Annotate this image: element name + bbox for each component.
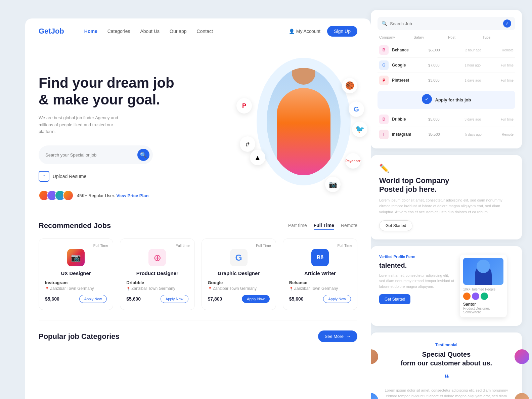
verified-title: talented. [379, 261, 455, 269]
price-plan-link[interactable]: View Price Plan [116, 193, 148, 198]
my-account-link[interactable]: 👤 My Account [289, 29, 320, 34]
dribbble-logo: ⊕ [153, 252, 161, 263]
upload-icon: ↑ [39, 171, 49, 182]
talent-avatar-3 [481, 293, 488, 300]
job-company-0: Instragram [45, 280, 107, 285]
nav-categories[interactable]: Categories [107, 29, 130, 34]
world-company-title: World top Company Posted job here. [379, 176, 514, 194]
filter-remote[interactable]: Remote [341, 221, 357, 230]
categories-header: Popular job Categories See More → [39, 330, 357, 342]
hero-search-button[interactable]: 🔍 [137, 149, 149, 161]
job-title-3: Article Writer [289, 270, 351, 276]
avatar-4 [63, 190, 74, 201]
signup-button[interactable]: Sign Up [327, 26, 357, 37]
job-icon-instagram: 📷 [67, 249, 85, 266]
apply-this-job-row[interactable]: ✓ Apply for this job [378, 91, 515, 109]
job-type-1: Full time [176, 243, 190, 248]
col-type: Type [483, 35, 514, 39]
testimonial-title: Special Quotes form our customer about u… [379, 350, 514, 367]
nav-about[interactable]: About Us [140, 29, 160, 34]
talent-avatar-2 [472, 293, 479, 300]
search-panel: 🔍 ✓ Company Salary Post Type B Behance $… [371, 10, 522, 148]
panel-search-input[interactable] [390, 21, 500, 26]
job-cards: Full Time 📷 UX Designer Instragram Zanzi… [39, 238, 357, 310]
my-account-label: My Account [296, 29, 320, 34]
instagram-logo: 📷 [71, 253, 81, 262]
panel-job-row-2: P Pinterest $3,000 1 days ago Full time [378, 73, 515, 88]
world-company-icon: ✏️ [379, 164, 514, 173]
job-type-0: Full Time [93, 243, 108, 248]
apply-button-3[interactable]: Apply Now [323, 295, 351, 303]
navbar: GetJob Home Categories About Us Our app … [25, 18, 371, 44]
profile-role: Product Designer, Somewhere [463, 307, 503, 314]
recommended-header: Recommended Jobs Part time Full Time Rem… [39, 221, 357, 230]
job-card-2: Full Time G Graphic Designer Google Zanz… [202, 238, 276, 310]
panel-job-type-4: Remote [502, 133, 514, 136]
talent-row [463, 293, 503, 300]
see-more-button[interactable]: See More → [318, 330, 357, 342]
apply-button-0[interactable]: Apply Now [79, 295, 107, 303]
verified-left: Verified Profile Form talented. Lorem si… [379, 255, 455, 317]
job-footer-1: $5,600 Apply Now [126, 295, 188, 303]
profile-card-mini: 10k+ Talented People Santor Product Desi… [460, 255, 507, 317]
job-location-1: Zanzibar Town Germany [126, 286, 188, 291]
job-icon-behance: Bē [311, 249, 329, 266]
see-more-label: See More [325, 334, 344, 339]
job-salary-3: $5,600 [289, 296, 304, 302]
job-salary-1: $5,600 [126, 296, 141, 302]
verified-cta[interactable]: Get Started [379, 294, 410, 304]
job-salary-2: $7,800 [208, 296, 222, 302]
hero-left: Find your dream job & make your goal. We… [39, 61, 357, 201]
talent-count: 10k+ Talented People [463, 287, 503, 291]
nav-home[interactable]: Home [84, 29, 97, 34]
job-footer-0: $5,600 Apply Now [45, 295, 107, 303]
world-company-desc: Lorem ipsum dolor sit amet, consectetur … [379, 197, 514, 215]
account-icon: 👤 [289, 29, 295, 34]
quote-icon: ❝ [379, 372, 514, 384]
job-footer-3: $5,600 Apply Now [289, 295, 351, 303]
upload-label: Upload Resume [53, 174, 86, 179]
testimonial-label: Testimonial [379, 343, 514, 347]
job-title-1: Product Designer [126, 270, 188, 276]
panel-company-icon-1: G [379, 60, 389, 70]
apply-button-2[interactable]: Apply Now [242, 295, 270, 303]
hero-subtitle: We are best global job finder Agency and… [39, 115, 126, 135]
users-row: 45K+ Regular User. View Price Plan [39, 190, 357, 201]
panel-company-icon-0: B [379, 45, 389, 55]
job-title-2: Graphic Designer [208, 270, 270, 276]
panel-job-time-1: 1 hour ago [464, 63, 497, 67]
hero-title: Find your dream job & make your goal. [39, 75, 357, 108]
hero-search-bar: 🔍 [39, 145, 153, 164]
job-location-0: Zanzibar Town Germany [45, 286, 107, 291]
world-company-cta[interactable]: Get Started [379, 220, 412, 231]
verified-panel: Verified Profile Form talented. Lorem si… [371, 246, 522, 326]
panel-search-check[interactable]: ✓ [503, 19, 511, 28]
logo: GetJob [39, 27, 64, 36]
job-company-1: Dribbble [126, 280, 188, 285]
col-salary: Salary [414, 35, 445, 39]
hero-search-input[interactable] [45, 152, 137, 158]
job-icon-google: G [230, 249, 248, 266]
apply-button-1[interactable]: Apply Now [161, 295, 188, 303]
categories-title: Popular job Categories [39, 332, 120, 341]
users-text: 45K+ Regular User. View Price Plan [77, 193, 148, 198]
panel-company-name-0: Behance [392, 48, 425, 52]
nav-right: 👤 My Account Sign Up [289, 26, 357, 37]
talent-avatar-1 [463, 293, 471, 300]
panel-job-info-4: Instagram [392, 132, 425, 137]
filter-full-time[interactable]: Full Time [314, 221, 334, 230]
filter-part-time[interactable]: Part time [288, 221, 307, 230]
panel-search-icon: 🔍 [382, 21, 387, 26]
panel-job-info-1: Google [392, 63, 425, 68]
job-card-0: Full Time 📷 UX Designer Instragram Zanzi… [39, 238, 113, 310]
panel-job-time-4: 5 days ago [465, 133, 498, 136]
nav-app[interactable]: Our app [170, 29, 187, 34]
panel-job-row-1: G Google $7,000 1 hour ago Full time [378, 58, 515, 73]
nav-contact[interactable]: Contact [197, 29, 213, 34]
logo-text-get: Get [39, 27, 51, 35]
users-count: 45K+ Regular User. [77, 193, 115, 198]
panel-job-type-2: Full time [501, 79, 514, 82]
upload-resume[interactable]: ↑ Upload Resume [39, 171, 357, 182]
filter-tabs: Part time Full Time Remote [288, 221, 357, 230]
col-company: Company [379, 35, 410, 39]
